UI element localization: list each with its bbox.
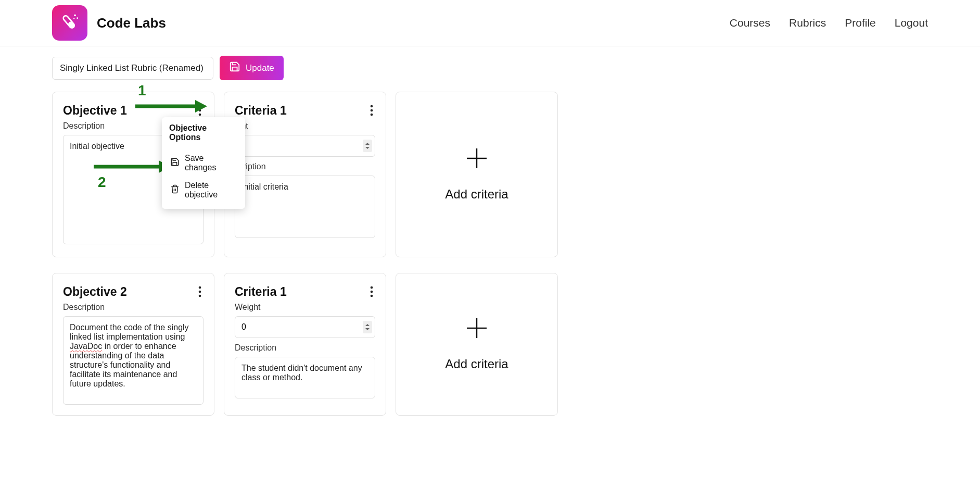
- svg-point-4: [73, 18, 74, 19]
- popup-save-changes[interactable]: Save changes: [169, 149, 238, 177]
- criteria-1-1-title: Criteria 1: [235, 104, 287, 118]
- criteria-2-1-desc-input[interactable]: [235, 357, 375, 398]
- criteria-1-1-desc-input[interactable]: [235, 176, 375, 238]
- objective-options-popup: Objective Options Save changes Delete ob…: [162, 117, 245, 209]
- svg-point-14: [371, 114, 373, 116]
- svg-marker-6: [195, 100, 207, 113]
- criteria-2-1-weight-label: Weight: [235, 303, 375, 312]
- nav: Courses Rubrics Profile Logout: [730, 17, 928, 29]
- svg-point-21: [371, 291, 373, 293]
- svg-point-13: [371, 109, 373, 112]
- svg-point-11: [199, 114, 201, 116]
- svg-point-22: [371, 295, 373, 297]
- toolbar: Singly Linked List Rubric (Renamed) Upda…: [52, 56, 928, 80]
- criteria-1-1-weight-label: ight: [235, 121, 375, 131]
- criteria-1-1-weight-input[interactable]: [235, 135, 375, 157]
- criteria-2-1-card: Criteria 1 Weight Description: [224, 273, 386, 416]
- popup-save-label: Save changes: [185, 154, 237, 172]
- annotation-arrow-2: [94, 159, 172, 174]
- annotation-number-1: 1: [138, 82, 146, 99]
- popup-delete-objective[interactable]: Delete objective: [169, 177, 238, 204]
- add-criteria-1-button[interactable]: Add criteria: [396, 92, 558, 257]
- popup-header: Objective Options: [169, 123, 238, 142]
- objective-1-card: Objective 1 Description Objective Option…: [52, 92, 214, 257]
- header: Code Labs Courses Rubrics Profile Logout: [0, 0, 980, 46]
- nav-courses[interactable]: Courses: [730, 17, 770, 29]
- trash-icon: [170, 184, 180, 196]
- criteria-1-1-desc-label: scription: [235, 162, 375, 171]
- add-criteria-2-button[interactable]: Add criteria: [396, 273, 558, 416]
- logo-icon: [52, 5, 87, 41]
- objective-2-desc-label: Description: [63, 303, 203, 312]
- weight-spinner-icon[interactable]: [363, 140, 372, 152]
- nav-logout[interactable]: Logout: [895, 17, 928, 29]
- nav-rubrics[interactable]: Rubrics: [789, 17, 826, 29]
- weight-spinner-icon[interactable]: [363, 321, 372, 333]
- objective-2-desc-input[interactable]: Document the code of the singly linked l…: [63, 316, 203, 405]
- plus-icon: [466, 147, 488, 171]
- svg-point-19: [199, 295, 201, 297]
- more-vertical-icon: [370, 105, 373, 116]
- criteria-2-1-desc-label: Description: [235, 343, 375, 353]
- svg-point-18: [199, 291, 201, 293]
- svg-point-17: [199, 286, 201, 289]
- criteria-1-1-options-button[interactable]: [368, 103, 375, 118]
- update-label: Update: [246, 63, 274, 73]
- annotation-arrow-1: [135, 99, 208, 114]
- update-button[interactable]: Update: [220, 56, 284, 80]
- brand: Code Labs: [52, 5, 166, 41]
- plus-icon: [466, 317, 488, 341]
- rubric-name-input[interactable]: Singly Linked List Rubric (Renamed): [52, 57, 213, 80]
- row-1: Objective 1 Description Objective Option…: [52, 92, 928, 257]
- board: 1 2 Objective 1 Description: [52, 92, 928, 416]
- save-icon: [229, 61, 240, 75]
- svg-point-12: [371, 105, 373, 108]
- criteria-2-1-title: Criteria 1: [235, 285, 287, 299]
- objective-2-title: Objective 2: [63, 285, 127, 299]
- annotation-number-2: 2: [98, 174, 106, 191]
- svg-point-20: [371, 286, 373, 289]
- criteria-2-1-options-button[interactable]: [368, 284, 375, 299]
- more-vertical-icon: [198, 286, 201, 297]
- criteria-2-1-weight-input[interactable]: [235, 316, 375, 338]
- objective-2-options-button[interactable]: [196, 284, 203, 299]
- criteria-1-1-card: Criteria 1 ight scription: [224, 92, 386, 257]
- svg-point-3: [77, 17, 78, 19]
- svg-point-2: [74, 15, 76, 17]
- objective-1-title: Objective 1: [63, 104, 127, 118]
- add-criteria-1-label: Add criteria: [445, 187, 508, 202]
- row-2: Objective 2 Description Document the cod…: [52, 273, 928, 416]
- brand-name: Code Labs: [97, 15, 166, 31]
- more-vertical-icon: [370, 286, 373, 297]
- objective-2-card: Objective 2 Description Document the cod…: [52, 273, 214, 416]
- popup-delete-label: Delete objective: [185, 181, 237, 199]
- save-icon: [170, 157, 180, 169]
- add-criteria-2-label: Add criteria: [445, 357, 508, 371]
- nav-profile[interactable]: Profile: [845, 17, 876, 29]
